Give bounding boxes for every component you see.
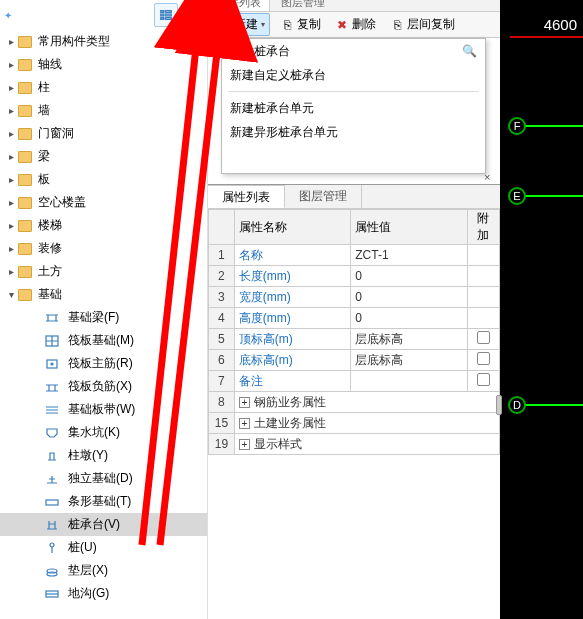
prop-value[interactable]: 0 xyxy=(351,287,467,308)
tree-folder-basic[interactable]: ▾ 基础 xyxy=(0,283,207,306)
property-row[interactable]: 3宽度(mm)0 xyxy=(209,287,500,308)
tree-folder[interactable]: ▸柱 xyxy=(0,76,207,99)
tree-child[interactable]: 垫层(X) xyxy=(0,559,207,582)
prop-value[interactable] xyxy=(351,371,467,392)
tree-child-label: 集水坑(K) xyxy=(68,424,120,441)
menu-item[interactable]: 新建自定义桩承台 xyxy=(222,63,485,87)
tree-label: 装修 xyxy=(38,240,62,257)
property-row[interactable]: 1名称ZCT-1 xyxy=(209,245,500,266)
tree-folder[interactable]: ▸空心楼盖 xyxy=(0,191,207,214)
property-group-row[interactable]: 19+显示样式 xyxy=(209,434,500,455)
tree-child[interactable]: 柱墩(Y) xyxy=(0,444,207,467)
menu-item[interactable]: 新建桩承台单元 xyxy=(222,96,485,120)
grid-node-f[interactable]: F xyxy=(508,117,526,135)
property-row[interactable]: 6底标高(m)层底标高 xyxy=(209,350,500,371)
tree-child[interactable]: 桩承台(V) xyxy=(0,513,207,536)
tree-child[interactable]: 筏板负筋(X) xyxy=(0,375,207,398)
property-row[interactable]: 7备注 xyxy=(209,371,500,392)
prop-group-name[interactable]: +显示样式 xyxy=(234,434,499,455)
tab-component-list[interactable]: 构件列表 xyxy=(208,0,270,12)
checkbox[interactable] xyxy=(477,352,490,365)
component-icon xyxy=(44,311,60,325)
prop-extra[interactable] xyxy=(467,266,499,287)
menu-item[interactable]: 新建异形桩承台单元 xyxy=(222,120,485,144)
expand-icon[interactable]: ▸ xyxy=(6,174,16,185)
prop-extra[interactable] xyxy=(467,287,499,308)
expand-icon[interactable]: ▸ xyxy=(6,243,16,254)
tree-folder[interactable]: ▸土方 xyxy=(0,260,207,283)
prop-value[interactable]: 0 xyxy=(351,266,467,287)
expand-icon[interactable]: + xyxy=(239,439,250,450)
pin-icon[interactable]: ✦ xyxy=(4,10,12,21)
panel-view-button[interactable] xyxy=(182,3,206,27)
prop-extra[interactable] xyxy=(467,245,499,266)
property-row[interactable]: 5顶标高(m)层底标高 xyxy=(209,329,500,350)
prop-value[interactable]: 层底标高 xyxy=(351,350,467,371)
expand-icon[interactable]: ▸ xyxy=(6,36,16,47)
prop-value[interactable]: 0 xyxy=(351,308,467,329)
tree-label: 土方 xyxy=(38,263,62,280)
prop-extra[interactable] xyxy=(467,308,499,329)
tab-properties[interactable]: 属性列表 xyxy=(208,185,285,208)
tree-child[interactable]: 基础板带(W) xyxy=(0,398,207,421)
expand-icon[interactable]: ▸ xyxy=(6,128,16,139)
expand-icon[interactable]: ▸ xyxy=(6,82,16,93)
copy-button[interactable]: ⎘ 复制 xyxy=(276,14,325,35)
component-tabbar: 构件列表 图层管理 xyxy=(208,0,500,12)
checkbox[interactable] xyxy=(477,331,490,344)
expand-icon[interactable]: ▸ xyxy=(6,105,16,116)
expand-icon[interactable]: ▸ xyxy=(6,197,16,208)
folder-icon xyxy=(18,128,32,140)
tree-folder[interactable]: ▸板 xyxy=(0,168,207,191)
tree-folder[interactable]: ▸楼梯 xyxy=(0,214,207,237)
tree-child[interactable]: 独立基础(D) xyxy=(0,467,207,490)
expand-icon[interactable]: + xyxy=(239,397,250,408)
scroll-handle[interactable] xyxy=(496,395,502,415)
tree-label: 柱 xyxy=(38,79,50,96)
prop-value[interactable]: 层底标高 xyxy=(351,329,467,350)
tree-child[interactable]: 集水坑(K) xyxy=(0,421,207,444)
tree-child[interactable]: 基础梁(F) xyxy=(0,306,207,329)
search-icon[interactable]: 🔍 xyxy=(462,44,477,58)
expand-icon[interactable]: + xyxy=(239,418,250,429)
expand-icon[interactable]: ▸ xyxy=(6,220,16,231)
tree-child-label: 地沟(G) xyxy=(68,585,109,602)
canvas-viewport[interactable]: 4600 F E D xyxy=(500,0,583,619)
tree-child[interactable]: 条形基础(T) xyxy=(0,490,207,513)
tree-child[interactable]: 地沟(G) xyxy=(0,582,207,605)
prop-extra[interactable] xyxy=(467,350,499,371)
property-group-row[interactable]: 8+钢筋业务属性 xyxy=(209,392,500,413)
prop-group-name[interactable]: +土建业务属性 xyxy=(234,413,499,434)
tree-folder[interactable]: ▸装修 xyxy=(0,237,207,260)
prop-extra[interactable] xyxy=(467,371,499,392)
prop-group-name[interactable]: +钢筋业务属性 xyxy=(234,392,499,413)
tab-layer-mgmt[interactable]: 图层管理 xyxy=(273,0,333,12)
layer-copy-icon: ⎘ xyxy=(390,18,404,32)
prop-value[interactable]: ZCT-1 xyxy=(351,245,467,266)
tree-child[interactable]: 筏板主筋(R) xyxy=(0,352,207,375)
tree-child[interactable]: 桩(U) xyxy=(0,536,207,559)
layer-copy-button[interactable]: ⎘ 层间复制 xyxy=(386,14,459,35)
property-row[interactable]: 4高度(mm)0 xyxy=(209,308,500,329)
tree-folder[interactable]: ▸轴线 xyxy=(0,53,207,76)
property-row[interactable]: 2长度(mm)0 xyxy=(209,266,500,287)
grid-node-d[interactable]: D xyxy=(508,396,526,414)
expand-icon[interactable]: ▸ xyxy=(6,151,16,162)
expand-icon[interactable]: ▸ xyxy=(6,266,16,277)
tree-folder[interactable]: ▸门窗洞 xyxy=(0,122,207,145)
prop-extra[interactable] xyxy=(467,329,499,350)
collapse-icon[interactable]: ▾ xyxy=(6,289,16,300)
property-group-row[interactable]: 15+土建业务属性 xyxy=(209,413,500,434)
new-button[interactable]: 📄 新建 ▾ xyxy=(212,13,270,36)
grid-node-e[interactable]: E xyxy=(508,187,526,205)
tree-folder[interactable]: ▸常用构件类型 xyxy=(0,30,207,53)
tree-folder[interactable]: ▸墙 xyxy=(0,99,207,122)
list-view-button[interactable] xyxy=(154,3,178,27)
checkbox[interactable] xyxy=(477,373,490,386)
tab-layers[interactable]: 图层管理 xyxy=(285,185,362,208)
expand-icon[interactable]: ▸ xyxy=(6,59,16,70)
tree-child[interactable]: 筏板基础(M) xyxy=(0,329,207,352)
tree-folder[interactable]: ▸梁 xyxy=(0,145,207,168)
delete-button[interactable]: ✖ 删除 xyxy=(331,14,380,35)
menu-item[interactable]: 新建桩承台 🔍 xyxy=(222,39,485,63)
